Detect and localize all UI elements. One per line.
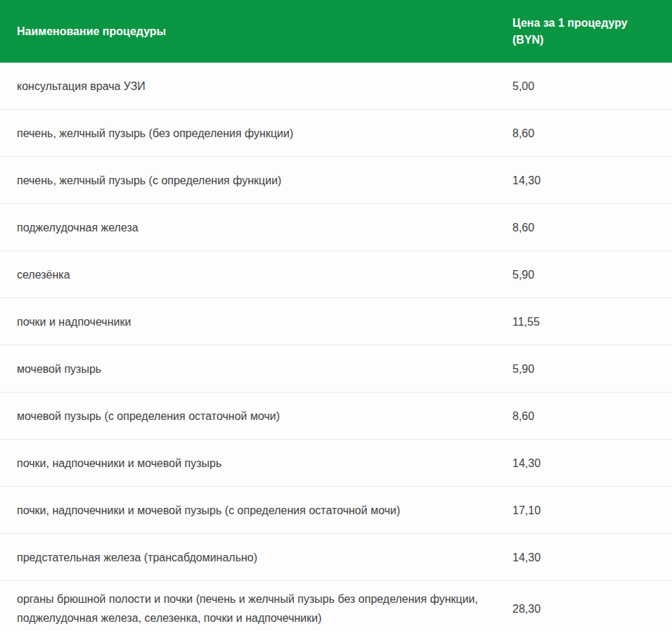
procedure-price: 14,30: [496, 540, 672, 575]
procedure-name: поджелудочная железа: [0, 210, 496, 246]
procedure-name: мочевой пузырь (с определения остаточной…: [0, 398, 496, 434]
procedure-name: консультация врача УЗИ: [0, 68, 496, 104]
table-row: почки, надпочечники и мочевой пузырь (с …: [0, 487, 672, 534]
procedure-price: 14,30: [496, 162, 672, 198]
procedure-price: 17,10: [496, 492, 672, 528]
table-body: консультация врача УЗИ 5,00 печень, желч…: [0, 63, 672, 631]
procedure-price: 5,00: [496, 68, 672, 104]
table-row: мочевой пузырь 5,90: [0, 345, 672, 393]
price-table: Наименование процедуры Цена за 1 процеду…: [0, 0, 672, 631]
procedure-price: 8,60: [496, 210, 672, 246]
table-row: предстательная железа (трансабдоминально…: [0, 534, 672, 581]
procedure-name: предстательная железа (трансабдоминально…: [0, 540, 496, 575]
table-header: Наименование процедуры Цена за 1 процеду…: [0, 0, 672, 63]
table-row: печень, желчный пузырь (с определения фу…: [0, 157, 672, 204]
table-row: консультация врача УЗИ 5,00: [0, 63, 672, 110]
procedure-name: почки, надпочечники и мочевой пузырь (с …: [0, 492, 496, 528]
header-cell-procedure-name: Наименование процедуры: [0, 15, 496, 49]
procedure-price: 5,90: [496, 351, 672, 387]
table-row: органы брюшной полости и почки (печень и…: [0, 581, 672, 631]
procedure-name: селезёнка: [0, 257, 496, 293]
procedure-price: 8,60: [496, 398, 672, 434]
procedure-name: почки, надпочечники и мочевой пузырь: [0, 445, 496, 481]
header-cell-price: Цена за 1 процедуру (BYN): [496, 6, 672, 57]
table-row: поджелудочная железа 8,60: [0, 204, 672, 251]
procedure-price: 11,55: [496, 304, 672, 340]
procedure-price: 14,30: [496, 445, 672, 481]
procedure-name: мочевой пузырь: [0, 351, 496, 387]
table-row: почки, надпочечники и мочевой пузырь 14,…: [0, 440, 672, 487]
procedure-price: 8,60: [496, 115, 672, 151]
procedure-name: почки и надпочечники: [0, 304, 496, 340]
procedure-price: 28,30: [496, 591, 672, 627]
procedure-price: 5,90: [496, 257, 672, 293]
procedure-name: печень, желчный пузырь (без определения …: [0, 115, 496, 151]
procedure-name: печень, желчный пузырь (с определения фу…: [0, 162, 496, 198]
table-row: почки и надпочечники 11,55: [0, 298, 672, 345]
procedure-name: органы брюшной полости и почки (печень и…: [0, 581, 496, 631]
table-row: мочевой пузырь (с определения остаточной…: [0, 393, 672, 440]
table-row: селезёнка 5,90: [0, 251, 672, 298]
table-row: печень, желчный пузырь (без определения …: [0, 110, 672, 157]
